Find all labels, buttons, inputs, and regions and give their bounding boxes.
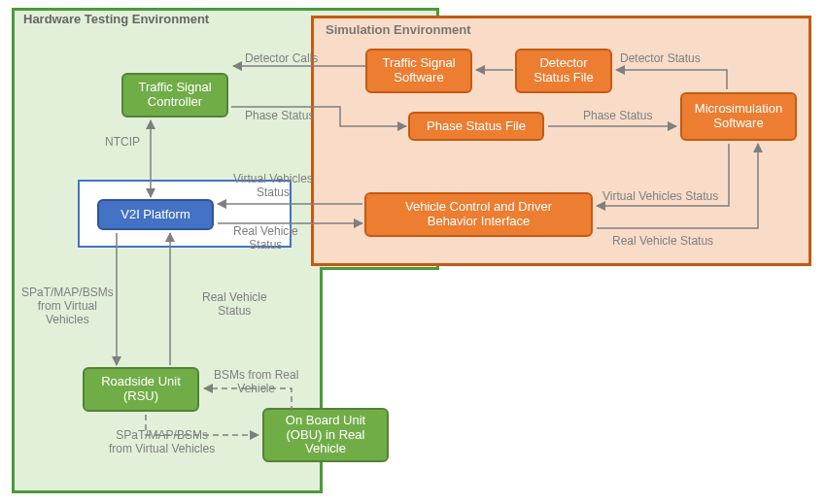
- node-detf: Detector Status File: [515, 49, 612, 93]
- node-v2i: V2I Platform: [97, 199, 214, 230]
- node-microsim: Microsimulation Software: [680, 92, 797, 141]
- node-tsc: Traffic Signal Controller: [121, 73, 228, 118]
- node-tssw: Traffic Signal Software: [365, 49, 472, 93]
- node-obu: On Board Unit (OBU) in Real Vehicle: [262, 408, 389, 462]
- node-rsu: Roadside Unit (RSU): [83, 367, 199, 412]
- diagram-canvas: Hardware Testing Environment Simulation …: [0, 0, 826, 504]
- cluster-simulation-title: Simulation Environment: [324, 22, 473, 37]
- node-psf: Phase Status File: [408, 112, 544, 141]
- cluster-hardware-title: Hardware Testing Environment: [21, 12, 211, 26]
- node-vcdbi: Vehicle Control and Driver Behavior Inte…: [364, 192, 593, 237]
- cluster-hardware-mask2: [15, 267, 320, 273]
